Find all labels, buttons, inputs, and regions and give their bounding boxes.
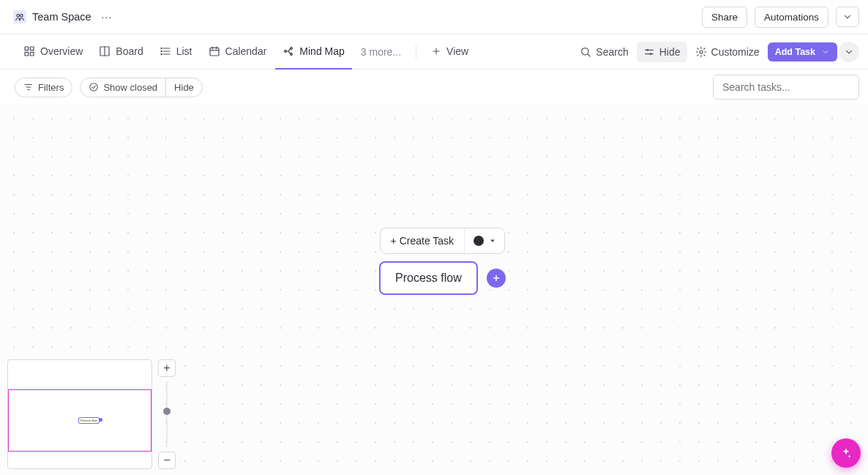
mind-map-root-node[interactable]: Process flow bbox=[379, 261, 478, 295]
header-bar: Team Space ··· Share Automations bbox=[0, 0, 868, 34]
tab-label: Board bbox=[116, 45, 143, 57]
mind-map-canvas[interactable]: + Create Task Process flow Process flow … bbox=[0, 105, 868, 475]
add-view-label: View bbox=[446, 45, 468, 57]
chevron-down-icon bbox=[842, 12, 853, 22]
tab-mind-map[interactable]: Mind Map bbox=[275, 34, 351, 70]
header-dropdown[interactable] bbox=[836, 7, 859, 27]
tab-list[interactable]: List bbox=[152, 34, 200, 70]
task-search-box[interactable] bbox=[713, 75, 859, 100]
node-group: + Create Task Process flow bbox=[379, 228, 506, 295]
filter-icon bbox=[23, 82, 34, 92]
add-child-node-button[interactable] bbox=[487, 269, 506, 288]
svg-point-1 bbox=[20, 15, 23, 18]
customize-button[interactable]: Customize bbox=[689, 42, 766, 62]
svg-point-12 bbox=[161, 51, 162, 51]
task-search-input[interactable] bbox=[721, 81, 851, 94]
show-closed-button[interactable]: Show closed bbox=[81, 78, 166, 97]
canvas-overview[interactable]: Process flow bbox=[7, 359, 152, 469]
tab-calendar[interactable]: Calendar bbox=[201, 34, 274, 70]
tab-label: Calendar bbox=[225, 45, 267, 57]
hide-toggle[interactable]: Hide bbox=[637, 42, 687, 62]
zoom-slider-thumb[interactable] bbox=[163, 408, 171, 415]
svg-point-29 bbox=[700, 51, 703, 53]
tab-board[interactable]: Board bbox=[91, 34, 150, 70]
svg-rect-14 bbox=[210, 48, 219, 56]
automations-label: Automations bbox=[764, 12, 819, 23]
node-label: Process flow bbox=[395, 272, 462, 284]
tab-label: Mind Map bbox=[299, 45, 344, 57]
status-dot-icon bbox=[474, 236, 484, 246]
svg-marker-34 bbox=[490, 240, 495, 243]
zoom-slider-track[interactable] bbox=[166, 381, 168, 447]
status-selector[interactable] bbox=[465, 236, 504, 246]
svg-point-28 bbox=[649, 53, 651, 55]
caret-down-icon bbox=[488, 236, 497, 245]
svg-point-11 bbox=[161, 48, 162, 48]
sparkle-icon bbox=[839, 446, 853, 460]
share-button[interactable]: Share bbox=[702, 7, 747, 28]
calendar-icon bbox=[209, 45, 220, 57]
svg-rect-2 bbox=[25, 47, 29, 51]
show-closed-label: Show closed bbox=[103, 82, 157, 93]
tab-label: Overview bbox=[40, 45, 83, 57]
add-task-button[interactable]: Add Task bbox=[768, 42, 837, 61]
space-more-menu[interactable]: ··· bbox=[99, 10, 116, 24]
grid-icon bbox=[23, 45, 35, 57]
share-label: Share bbox=[711, 12, 738, 23]
tabs-row: Overview Board List Calendar Mind Map 3 … bbox=[0, 34, 868, 70]
ai-fab-button[interactable] bbox=[831, 438, 861, 468]
add-view-button[interactable]: View bbox=[424, 41, 476, 63]
hide-closed-label: Hide bbox=[174, 82, 194, 93]
gear-icon bbox=[695, 46, 707, 58]
separator bbox=[416, 45, 416, 59]
overview-mini-plus bbox=[99, 418, 102, 422]
search-label: Search bbox=[596, 46, 628, 58]
svg-rect-5 bbox=[30, 52, 34, 56]
svg-line-24 bbox=[588, 53, 590, 56]
svg-point-13 bbox=[161, 53, 162, 54]
svg-point-0 bbox=[17, 15, 20, 18]
chevron-down-icon bbox=[844, 47, 854, 57]
add-task-label: Add Task bbox=[775, 47, 815, 57]
search-button[interactable]: Search bbox=[573, 42, 635, 62]
svg-point-33 bbox=[90, 83, 98, 91]
svg-point-27 bbox=[646, 49, 648, 51]
list-icon bbox=[160, 45, 171, 57]
space-title-text: Team Space bbox=[32, 11, 91, 23]
tab-overview[interactable]: Overview bbox=[16, 34, 90, 70]
plus-icon bbox=[491, 273, 501, 283]
tabs-more[interactable]: 3 more... bbox=[353, 46, 408, 58]
create-task-pill: + Create Task bbox=[380, 228, 506, 254]
chevron-down-icon bbox=[821, 48, 830, 56]
tabs-overflow-menu[interactable] bbox=[839, 42, 859, 62]
plus-icon bbox=[431, 46, 441, 56]
mindmap-icon bbox=[283, 45, 294, 57]
hide-label: Hide bbox=[659, 46, 681, 58]
zoom-out-button[interactable]: − bbox=[158, 452, 176, 469]
hide-closed-button[interactable]: Hide bbox=[166, 78, 202, 97]
sliders-icon bbox=[643, 46, 655, 58]
svg-rect-4 bbox=[25, 52, 29, 56]
svg-rect-3 bbox=[30, 47, 34, 51]
space-title[interactable]: Team Space bbox=[13, 10, 91, 23]
filters-label: Filters bbox=[38, 82, 64, 93]
customize-label: Customize bbox=[711, 46, 760, 58]
zoom-controls: + − bbox=[158, 359, 176, 469]
automations-button[interactable]: Automations bbox=[755, 7, 828, 28]
overview-mini-node: Process flow bbox=[78, 417, 100, 424]
tab-label: List bbox=[176, 45, 192, 57]
filter-row: Filters Show closed Hide bbox=[0, 70, 868, 105]
team-space-icon bbox=[13, 10, 26, 23]
check-circle-icon bbox=[89, 82, 99, 92]
search-icon bbox=[580, 46, 591, 58]
zoom-in-button[interactable]: + bbox=[158, 359, 176, 377]
create-task-button[interactable]: + Create Task bbox=[381, 228, 465, 253]
columns-icon bbox=[99, 45, 111, 57]
filters-chip[interactable]: Filters bbox=[15, 78, 72, 97]
node-row: Process flow bbox=[379, 261, 506, 295]
show-closed-toggle: Show closed Hide bbox=[80, 78, 202, 97]
